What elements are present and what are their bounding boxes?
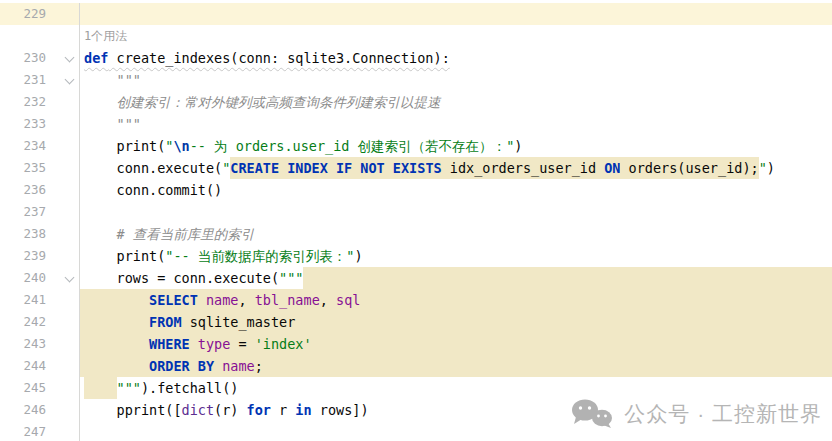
gutter[interactable]: 244 (0, 355, 80, 377)
gutter[interactable]: 238 (0, 223, 80, 245)
code-content: def create_indexes(conn: sqlite3.Connect… (80, 47, 832, 69)
code-token: ) (767, 157, 775, 179)
line-number[interactable]: 236 (23, 179, 46, 201)
gutter[interactable]: 247 (0, 421, 80, 441)
line-number[interactable]: 233 (23, 113, 46, 135)
line-number[interactable]: 241 (23, 289, 46, 311)
gutter[interactable]: 239 (0, 245, 80, 267)
code-token: ).fetchall() (141, 377, 239, 399)
code-token: , (238, 289, 254, 311)
fold-chevron-down-icon[interactable] (65, 274, 73, 282)
code-content: """ (80, 113, 832, 135)
code-token: """ (84, 113, 141, 135)
line-number[interactable]: 242 (23, 311, 46, 333)
code-token: " (506, 135, 514, 157)
gutter[interactable]: 229 (0, 3, 80, 25)
code-line-245[interactable]: 245 """).fetchall() (0, 377, 832, 399)
line-number[interactable]: 230 (23, 47, 46, 69)
line-number[interactable]: 232 (23, 91, 46, 113)
gutter[interactable]: 236 (0, 179, 80, 201)
line-number[interactable]: 238 (23, 223, 46, 245)
line-number[interactable]: 234 (23, 135, 46, 157)
gutter[interactable]: 233 (0, 113, 80, 135)
code-line-237[interactable]: 237 (0, 201, 832, 223)
code-token: # 查看当前库里的索引 (117, 223, 255, 245)
line-number[interactable]: 237 (23, 201, 46, 223)
code-token: \n (173, 135, 189, 157)
gutter[interactable]: 235 (0, 157, 80, 179)
line-number[interactable]: 247 (23, 421, 46, 441)
code-line-242[interactable]: 242 FROM sqlite_master (0, 311, 832, 333)
code-token: WHERE (149, 333, 190, 355)
code-token (214, 355, 222, 377)
code-token (198, 289, 206, 311)
inlay-hint-row[interactable]: 1个用法 (0, 25, 832, 47)
code-line-231[interactable]: 231 """ (0, 69, 832, 91)
gutter[interactable]: 243 (0, 333, 80, 355)
code-line-240[interactable]: 240 rows = conn.execute(""" (0, 267, 832, 289)
gutter[interactable]: 234 (0, 135, 80, 157)
code-line-235[interactable]: 235 conn.execute("CREATE INDEX IF NOT EX… (0, 157, 832, 179)
code-token: sqlite_master (182, 311, 296, 333)
code-token: sql (336, 289, 360, 311)
code-token (84, 355, 149, 377)
line-number[interactable]: 245 (23, 377, 46, 399)
line-number[interactable]: 229 (23, 3, 46, 25)
code-token: tbl_name (255, 289, 320, 311)
code-token: pprint([ (84, 399, 182, 421)
gutter[interactable]: 241 (0, 289, 80, 311)
gutter[interactable] (0, 25, 80, 47)
line-number[interactable]: 240 (23, 267, 46, 289)
fold-chevron-down-icon[interactable] (65, 54, 73, 62)
line-number[interactable]: 231 (23, 69, 46, 91)
code-token (190, 333, 198, 355)
gutter[interactable]: 232 (0, 91, 80, 113)
gutter[interactable]: 231 (0, 69, 80, 91)
code-line-238[interactable]: 238 # 查看当前库里的索引 (0, 223, 832, 245)
code-line-234[interactable]: 234 print("\n-- 为 orders.user_id 创建索引（若不… (0, 135, 832, 157)
code-token (84, 377, 117, 399)
fold-chevron-down-icon[interactable] (65, 76, 73, 84)
code-content: 1个用法 (80, 25, 832, 47)
code-editor[interactable]: 2291个用法230def create_indexes(conn: sqlit… (0, 0, 832, 441)
line-number[interactable]: 239 (23, 245, 46, 267)
watermark: 公众号 · 工控新世界 (570, 399, 822, 429)
code-line-236[interactable]: 236 conn.commit() (0, 179, 832, 201)
code-line-229[interactable]: 229 (0, 3, 832, 25)
gutter[interactable]: 240 (0, 267, 80, 289)
line-number[interactable]: 246 (23, 399, 46, 421)
code-token (84, 223, 117, 245)
code-line-244[interactable]: 244 ORDER BY name; (0, 355, 832, 377)
code-token: conn.execute( (84, 157, 222, 179)
code-token: "-- 当前数据库的索引列表：" (165, 245, 354, 267)
code-line-239[interactable]: 239 print("-- 当前数据库的索引列表：") (0, 245, 832, 267)
code-content: print("\n-- 为 orders.user_id 创建索引（若不存在）：… (80, 135, 832, 157)
code-token: -- 为 orders.user_id 创建索引（若不存在）： (190, 135, 506, 157)
code-token: orders(user_id); (620, 157, 758, 179)
code-line-232[interactable]: 232 创建索引：常对外键列或高频查询条件列建索引以提速 (0, 91, 832, 113)
code-line-241[interactable]: 241 SELECT name, tbl_name, sql (0, 289, 832, 311)
line-number[interactable]: 244 (23, 355, 46, 377)
code-token: , (320, 289, 336, 311)
gutter[interactable]: 246 (0, 399, 80, 421)
code-token: ORDER BY (149, 355, 214, 377)
code-token: conn.commit() (84, 179, 222, 201)
line-number[interactable]: 235 (23, 157, 46, 179)
code-line-230[interactable]: 230def create_indexes(conn: sqlite3.Conn… (0, 47, 832, 69)
gutter[interactable]: 245 (0, 377, 80, 399)
code-token (84, 289, 149, 311)
code-content: ORDER BY name; (80, 355, 832, 377)
code-line-233[interactable]: 233 """ (0, 113, 832, 135)
line-number[interactable]: 243 (23, 333, 46, 355)
code-token: " (165, 135, 173, 157)
gutter[interactable]: 230 (0, 47, 80, 69)
code-content: conn.execute("CREATE INDEX IF NOT EXISTS… (80, 157, 832, 179)
gutter[interactable]: 237 (0, 201, 80, 223)
code-line-243[interactable]: 243 WHERE type = 'index' (0, 333, 832, 355)
code-token: print( (84, 245, 165, 267)
code-token: def (84, 47, 108, 69)
code-token: """ (84, 69, 141, 91)
code-token: ON (604, 157, 620, 179)
code-token: r (271, 399, 295, 421)
gutter[interactable]: 242 (0, 311, 80, 333)
